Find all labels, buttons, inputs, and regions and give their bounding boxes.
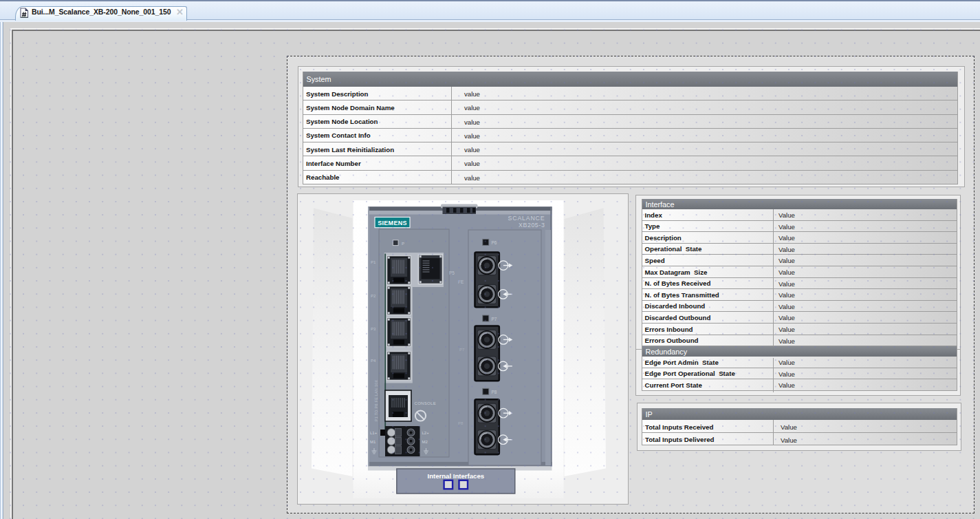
svg-text:CONSOLE: CONSOLE xyxy=(415,401,436,405)
svg-text:SIEMENS: SIEMENS xyxy=(378,220,407,226)
svg-text:P2: P2 xyxy=(371,294,376,298)
svg-text:P5: P5 xyxy=(449,271,455,275)
svg-text:P: P xyxy=(402,242,404,246)
svg-text:L2+: L2+ xyxy=(422,431,430,435)
svg-text:XB205-3: XB205-3 xyxy=(519,222,545,229)
svg-text:P4: P4 xyxy=(371,359,376,363)
svg-text:FE: FE xyxy=(458,279,464,284)
svg-text:P1 TO P6 FE LAN 10X: P1 TO P6 FE LAN 10X xyxy=(374,379,378,421)
svg-text:P1: P1 xyxy=(371,260,376,264)
svg-text:P3: P3 xyxy=(371,327,376,331)
svg-text:P7: P7 xyxy=(492,317,497,321)
svg-text:M1: M1 xyxy=(370,440,376,444)
svg-text:M2: M2 xyxy=(422,440,428,444)
svg-text:P6: P6 xyxy=(492,240,497,245)
svg-text:L1+: L1+ xyxy=(370,431,378,435)
svg-text:P8: P8 xyxy=(458,421,464,425)
svg-text:SCALANCE: SCALANCE xyxy=(508,215,545,222)
svg-text:P8: P8 xyxy=(492,390,497,394)
svg-text:P7: P7 xyxy=(459,348,465,352)
svg-text:Internal Interfaces: Internal Interfaces xyxy=(427,472,484,480)
